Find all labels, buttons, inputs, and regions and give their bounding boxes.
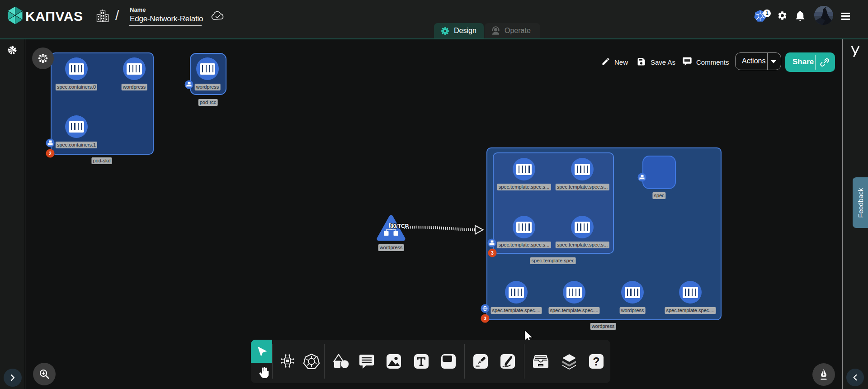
svg-text:?: ?: [593, 355, 599, 368]
svg-text:80/TCP: 80/TCP: [390, 223, 409, 229]
